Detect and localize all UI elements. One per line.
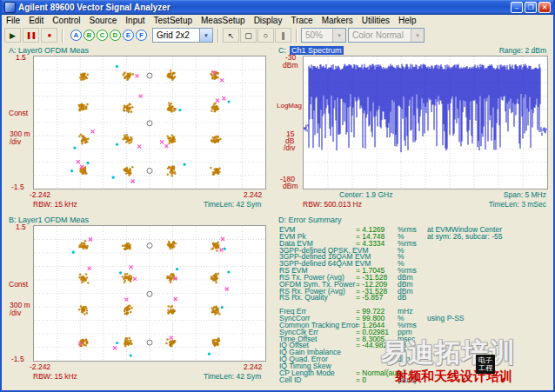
toolbar-separator bbox=[62, 29, 63, 43]
spectrum-plot[interactable] bbox=[303, 56, 548, 189]
trace-b-button[interactable]: B bbox=[84, 30, 95, 41]
y-axis-label: LogMag bbox=[277, 102, 302, 110]
menu-input[interactable]: Input bbox=[121, 16, 149, 25]
y-min-label: -1.5 bbox=[11, 355, 24, 363]
window-title: Agilent 89600 Vector Signal Analyzer bbox=[18, 3, 511, 12]
marker-circle-tool[interactable]: ○ bbox=[257, 28, 274, 43]
panel-c-title: Ch1 Spectrum bbox=[290, 46, 344, 55]
minimize-button[interactable]: – bbox=[511, 2, 523, 13]
y-axis-label: Const bbox=[9, 280, 28, 289]
x-min-label: -2.242 bbox=[30, 362, 50, 371]
zoom-value: 50% bbox=[305, 30, 323, 40]
menu-markers[interactable]: Markers bbox=[318, 16, 358, 25]
menu-file[interactable]: File bbox=[2, 16, 24, 25]
band-marker-tool[interactable]: ∥ bbox=[275, 28, 291, 43]
y-min-unit: dBm bbox=[283, 182, 298, 190]
play-icon: ▶ bbox=[10, 31, 16, 40]
menu-source[interactable]: Source bbox=[85, 16, 122, 25]
restart-button[interactable]: ▶ bbox=[4, 28, 21, 43]
y-max-unit: dBm bbox=[283, 61, 298, 70]
maximize-button[interactable]: ❐ bbox=[525, 2, 537, 13]
record-icon: ● bbox=[48, 31, 51, 39]
chevron-down-icon: ▼ bbox=[411, 29, 424, 42]
menu-display[interactable]: Display bbox=[250, 16, 287, 25]
app-icon bbox=[4, 2, 16, 13]
x-min-label: -2.242 bbox=[30, 190, 50, 199]
pause-icon: ❚❚ bbox=[26, 31, 36, 39]
color-scheme-select[interactable]: Color Normal ▼ bbox=[348, 28, 425, 43]
panel-error-summary: D: Error Summary EVM= 4.1269%rmsat EVMWi… bbox=[277, 216, 552, 389]
panel-ch1-spectrum: C: Ch1 Spectrum Range: 2 dBm -30 dBm Log… bbox=[277, 46, 552, 213]
error-row: EVM= 4.1269%rmsat EVMWindow Center bbox=[279, 227, 552, 234]
zoom-select[interactable]: 50% ▼ bbox=[301, 28, 346, 43]
trace-f-button[interactable]: F bbox=[136, 30, 147, 41]
menu-edit[interactable]: Edit bbox=[24, 16, 48, 25]
toolbar-separator bbox=[296, 29, 297, 43]
y-scale-unit2: /div bbox=[284, 143, 295, 152]
trace-c-button[interactable]: C bbox=[97, 30, 108, 41]
range-label: Range: 2 dBm bbox=[499, 46, 546, 55]
menu-control[interactable]: Control bbox=[48, 16, 84, 25]
timelen-label: TimeLen: 3 mSec bbox=[489, 200, 546, 209]
panel-layer0-ofdm: A: Layer0 OFDM Meas 1.5 Const 300 m /div… bbox=[7, 46, 271, 213]
constellation-plot-a[interactable] bbox=[33, 56, 266, 189]
error-row bbox=[279, 302, 552, 309]
y-max-label: 1.5 bbox=[16, 53, 26, 62]
toolbar: ▶ ❚❚ ● ABCDEF Grid 2x2 ▼ ↖▢○∥ 50% ▼ Colo… bbox=[2, 26, 553, 45]
panel-d-title: D: Error Summary bbox=[278, 216, 342, 224]
y-axis-label: Const bbox=[9, 109, 28, 117]
color-scheme-value: Color Normal bbox=[352, 30, 404, 40]
grid-layout-select[interactable]: Grid 2x2 ▼ bbox=[152, 28, 213, 43]
chevron-down-icon: ▼ bbox=[332, 29, 345, 42]
panel-layer1-ofdm: B: Layer1 OFDM Meas 1.5 Const 300 m /div… bbox=[7, 216, 271, 388]
y-min-label: -1.5 bbox=[11, 183, 24, 191]
rbw-label: RBW: 15 kHz bbox=[33, 372, 77, 381]
record-button[interactable]: ● bbox=[41, 28, 57, 43]
center-freq-label: Center: 1.9 GHz bbox=[339, 190, 392, 199]
rbw-label: RBW: 15 kHz bbox=[33, 200, 77, 209]
x-max-label: 2.242 bbox=[244, 362, 262, 371]
y-max-label: 1.5 bbox=[16, 223, 26, 231]
menu-testsetup[interactable]: TestSetup bbox=[150, 16, 197, 25]
y-scale-unit: /div bbox=[10, 309, 21, 317]
error-row: SyncClk Err= 0.02981ppm bbox=[279, 329, 552, 336]
error-summary-table: EVM= 4.1269%rmsat EVMWindow CenterEVM Pk… bbox=[279, 227, 552, 383]
trace-e-button[interactable]: E bbox=[123, 30, 134, 41]
chevron-down-icon: ▼ bbox=[199, 29, 212, 42]
timelen-label: TimeLen: 42 Sym bbox=[204, 372, 261, 381]
menu-trace[interactable]: Trace bbox=[286, 16, 317, 25]
app-window: Agilent 89600 Vector Signal Analyzer – ❐… bbox=[0, 0, 555, 392]
close-button[interactable]: ✕ bbox=[538, 2, 551, 13]
main-area: A: Layer0 OFDM Meas 1.5 Const 300 m /div… bbox=[2, 44, 553, 390]
span-label: Span: 5 MHz bbox=[504, 190, 546, 199]
constellation-plot-b[interactable] bbox=[33, 225, 266, 362]
rbw-label: RBW: 500.013 Hz bbox=[303, 200, 362, 209]
error-row: Freq Err= 99.722mHz bbox=[279, 309, 552, 316]
x-max-label: 2.242 bbox=[244, 190, 262, 199]
menu-bar: FileEditControlSourceInputTestSetupMeasS… bbox=[2, 15, 553, 27]
error-row: Cell ID= 0(auto) bbox=[279, 377, 552, 384]
menu-meassetup[interactable]: MeasSetup bbox=[197, 16, 250, 25]
toolbar-separator bbox=[217, 29, 218, 43]
timelen-label: TimeLen: 42 Sym bbox=[204, 200, 261, 209]
cursor-tool[interactable]: ↖ bbox=[223, 28, 239, 43]
grid-layout-value: Grid 2x2 bbox=[157, 30, 190, 40]
error-row: Common Tracking Error= 1.2644%rms bbox=[279, 322, 552, 329]
menu-utilities[interactable]: Utilities bbox=[358, 16, 394, 25]
trace-d-button[interactable]: D bbox=[110, 30, 121, 41]
pause-button[interactable]: ❚❚ bbox=[23, 28, 39, 43]
menu-help[interactable]: Help bbox=[394, 16, 421, 25]
zoom-box-tool[interactable]: ▢ bbox=[240, 28, 257, 43]
y-scale-unit: /div bbox=[10, 137, 21, 146]
error-row: Time Offset= 8.3005msec bbox=[279, 336, 552, 343]
error-row: RS Rx. Quality= -5.857dB bbox=[279, 295, 552, 302]
title-bar: Agilent 89600 Vector Signal Analyzer – ❐… bbox=[2, 0, 553, 15]
trace-a-button[interactable]: A bbox=[70, 30, 82, 41]
